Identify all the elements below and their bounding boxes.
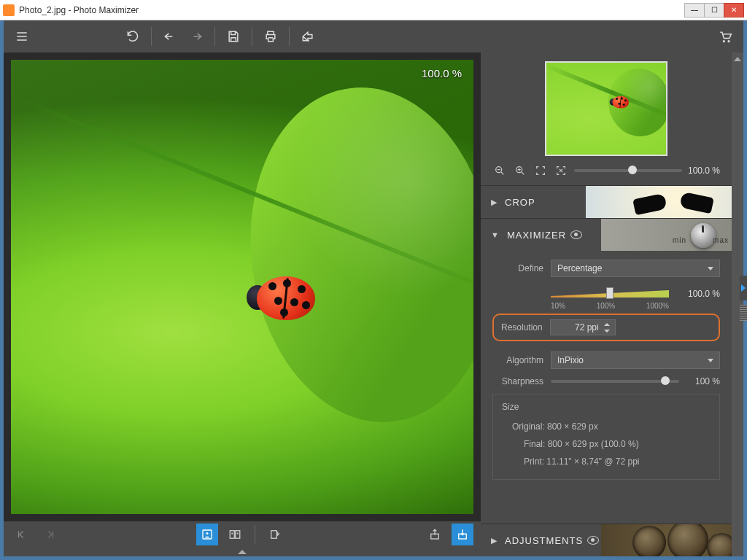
navigator-thumbnail[interactable] xyxy=(545,61,667,156)
chevron-down-icon: ▼ xyxy=(491,230,500,239)
algorithm-select[interactable]: InPixio xyxy=(551,351,720,369)
export-up-icon xyxy=(428,528,441,541)
chevron-right-icon: ▶ xyxy=(491,536,498,545)
panel-maximizer-body: Define Percentage 10% 100% xyxy=(481,251,732,491)
app-icon xyxy=(3,4,15,16)
arrow-left-bar-icon xyxy=(15,528,28,541)
panel-crop-title: CROP xyxy=(505,197,535,208)
dial-graphic xyxy=(691,223,716,248)
undo-icon xyxy=(163,29,177,44)
side-grip-icon[interactable] xyxy=(740,305,747,321)
export-button[interactable] xyxy=(424,524,446,545)
undo-button[interactable] xyxy=(159,26,181,47)
zoom-in-button[interactable] xyxy=(513,163,527,178)
panel-crop-header[interactable]: ▶ CROP xyxy=(481,186,732,218)
toolbar-separator xyxy=(151,27,152,46)
scroll-up-icon[interactable] xyxy=(734,57,741,61)
zoom-out-button[interactable] xyxy=(492,163,507,178)
side-flyout-tab[interactable] xyxy=(740,276,747,300)
scale-value-label: 100.0 % xyxy=(688,289,720,299)
fit-screen-button[interactable] xyxy=(533,163,548,178)
print-icon xyxy=(263,29,278,44)
toolbar-separator xyxy=(289,27,290,46)
algorithm-label: Algorithm xyxy=(492,355,543,365)
dial-min-label: min xyxy=(673,236,686,244)
caret-down-icon xyxy=(708,359,713,362)
dial-max-label: max xyxy=(713,236,729,244)
image-canvas[interactable]: 100.0 % xyxy=(11,60,473,514)
person-single-icon xyxy=(201,528,214,541)
scale-slider-knob[interactable] xyxy=(606,287,614,299)
arrow-right-bar-icon xyxy=(43,528,56,541)
save-icon xyxy=(226,29,241,44)
svg-rect-6 xyxy=(271,531,277,539)
cart-button[interactable] xyxy=(714,26,736,47)
window-title: Photo_2.jpg - Photo Maximizer xyxy=(19,5,139,15)
scale-tick-0: 10% xyxy=(551,302,565,310)
resolution-value: 72 ppi xyxy=(575,322,599,332)
share-button[interactable] xyxy=(297,26,319,47)
zoom-in-icon xyxy=(514,165,526,176)
menu-button[interactable] xyxy=(11,26,33,47)
import-button[interactable] xyxy=(452,524,473,545)
zoom-out-icon xyxy=(494,165,506,176)
svg-rect-2 xyxy=(230,531,234,539)
crop-hands-graphic xyxy=(630,190,717,215)
redo-button[interactable] xyxy=(185,26,207,47)
window-maximize-button[interactable]: ☐ xyxy=(704,3,724,18)
actual-size-button[interactable] xyxy=(554,163,568,178)
toolbar-separator xyxy=(252,27,252,46)
window-minimize-button[interactable]: — xyxy=(684,3,705,18)
print-button[interactable] xyxy=(260,26,282,47)
size-final: Final: 800 × 629 px (100.0 %) xyxy=(502,435,711,453)
define-label: Define xyxy=(492,263,543,273)
resolution-label: Resolution xyxy=(501,322,543,332)
resolution-highlight-box: Resolution 72 ppi xyxy=(492,314,720,341)
hamburger-icon xyxy=(15,29,29,44)
size-info-box: Size Original: 800 × 629 px Final: 800 ×… xyxy=(492,394,720,480)
actual-size-icon xyxy=(555,165,567,176)
visibility-eye-icon[interactable] xyxy=(570,230,582,239)
panel-adjustments-header[interactable]: ▶ ADJUSTMENTS xyxy=(481,524,732,556)
next-image-button[interactable] xyxy=(39,524,61,545)
view-mode-compare-button[interactable] xyxy=(224,524,246,545)
prev-image-button[interactable] xyxy=(11,524,33,545)
resolution-input[interactable]: 72 ppi xyxy=(550,319,616,335)
define-select[interactable]: Percentage xyxy=(551,260,720,277)
size-original: Original: 800 × 629 px xyxy=(502,418,711,435)
panel-maximizer-title: MAXIMIZER xyxy=(507,230,566,241)
main-toolbar xyxy=(4,20,743,52)
svg-point-4 xyxy=(231,532,233,534)
window-close-button[interactable]: ✕ xyxy=(724,3,744,18)
window-titlebar: Photo_2.jpg - Photo Maximizer — ☐ ✕ xyxy=(0,0,747,20)
svg-point-1 xyxy=(206,532,209,534)
rotate-view-button[interactable] xyxy=(264,524,286,545)
spinner-up-icon[interactable] xyxy=(602,321,612,327)
toolbar-separator xyxy=(255,525,255,544)
scale-tick-1: 100% xyxy=(597,302,616,310)
spinner-down-icon[interactable] xyxy=(602,327,612,334)
visibility-eye-icon[interactable] xyxy=(587,536,599,545)
zoom-slider[interactable] xyxy=(574,169,682,172)
resolution-spinner[interactable] xyxy=(602,321,612,334)
panel-maximizer-header[interactable]: ▼ MAXIMIZER min max xyxy=(481,219,732,251)
undo-history-button[interactable] xyxy=(122,26,144,47)
define-select-value: Percentage xyxy=(557,263,602,273)
gears-graphic xyxy=(600,524,732,556)
save-button[interactable] xyxy=(222,26,244,47)
sharpness-label: Sharpness xyxy=(492,376,543,386)
panel-expand-hint[interactable] xyxy=(4,548,481,556)
fit-screen-icon xyxy=(535,165,546,176)
scale-slider[interactable]: 10% 100% 1000% 100.0 % xyxy=(551,284,720,309)
panel-adjustments-title: ADJUSTMENTS xyxy=(505,535,583,546)
scale-tick-2: 1000% xyxy=(646,302,669,310)
redo-icon xyxy=(189,29,204,44)
sharpness-slider[interactable] xyxy=(551,380,679,383)
size-print: Print: 11.11" × 8.74" @ 72 ppi xyxy=(502,453,711,470)
size-box-title: Size xyxy=(502,402,711,412)
svg-point-5 xyxy=(237,532,239,534)
canvas-zoom-label: 100.0 % xyxy=(422,67,462,79)
person-compare-icon xyxy=(228,528,241,541)
chevron-right-icon: ▶ xyxy=(491,198,498,207)
view-mode-single-button[interactable] xyxy=(196,524,218,545)
